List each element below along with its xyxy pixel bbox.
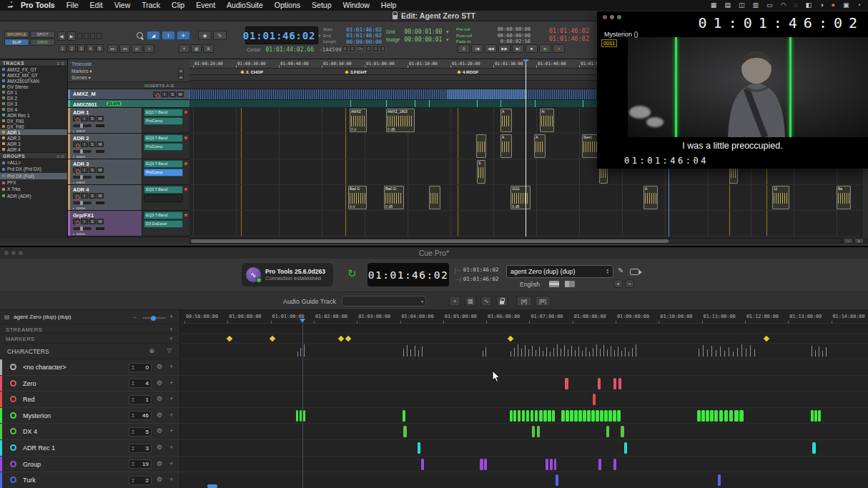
- record-enable-button[interactable]: [73, 219, 80, 224]
- tab-option-button-4[interactable]: ∿: [144, 44, 154, 53]
- cue-bar[interactable]: [532, 426, 535, 437]
- cue-bar[interactable]: [296, 410, 298, 422]
- cue-bar[interactable]: [574, 410, 578, 422]
- menu-pro-tools[interactable]: Pro Tools: [21, 0, 55, 11]
- insert-eq3-7-band[interactable]: EQ3 7-Band: [144, 109, 183, 116]
- zoom-slider[interactable]: [142, 317, 166, 319]
- menu-edit[interactable]: Edit: [90, 0, 103, 11]
- grid-icon[interactable]: ▦: [711, 0, 717, 11]
- cue-marker-diamond[interactable]: [338, 336, 344, 342]
- cue-lane-dx-4[interactable]: [180, 424, 868, 440]
- character-row-dx-4[interactable]: DX 4Σ5⚙+: [0, 424, 180, 440]
- mode-spot-button[interactable]: SPOT: [30, 31, 55, 38]
- cue-in-time[interactable]: 01:01:46:02: [463, 267, 499, 273]
- cue-bar[interactable]: [556, 474, 558, 486]
- character-row-no-character[interactable]: <no character>Σ0⚙+: [0, 359, 180, 376]
- track-lane-grp-fx1[interactable]: [189, 211, 868, 236]
- cue-lane-no-character[interactable]: [180, 359, 868, 376]
- track-m-button[interactable]: M: [97, 167, 104, 173]
- cue-bar[interactable]: [565, 378, 568, 389]
- cue-bar[interactable]: [710, 410, 714, 422]
- cue-marker-diamond[interactable]: [270, 336, 275, 342]
- take-selector-dropdown[interactable]: agent Zero (dup) (dup) ▲▼: [506, 265, 613, 278]
- play-button[interactable]: ▶: [539, 44, 551, 53]
- cue-bar[interactable]: [621, 426, 624, 437]
- edit-cue-icon[interactable]: ✎: [618, 267, 623, 274]
- tab-option-button-2[interactable]: ◂◂: [119, 44, 130, 53]
- insert-active-indicator[interactable]: [184, 214, 187, 216]
- grid-value[interactable]: 00:00:01:00 ▾: [404, 29, 449, 35]
- sync-icon[interactable]: ↻: [347, 267, 357, 280]
- cue-bar[interactable]: [418, 442, 420, 454]
- cue-bar[interactable]: [613, 378, 616, 389]
- cue-lane-turk[interactable]: [180, 472, 868, 488]
- insert-d3-deesser[interactable]: D3 DeEsser: [144, 220, 183, 228]
- insert-procomp[interactable]: ProComp: [144, 143, 183, 151]
- cue-lane-mysterion[interactable]: [180, 408, 868, 424]
- cue-bar[interactable]: [421, 459, 424, 470]
- insert-active-indicator[interactable]: [184, 162, 187, 165]
- window-icon[interactable]: ◫: [739, 0, 745, 11]
- clips-icon[interactable]: ▥: [465, 296, 476, 307]
- ffwd-button[interactable]: ▶▶: [498, 44, 511, 53]
- snap-option-button-3[interactable]: ⊞: [203, 44, 214, 53]
- zoom-slider-thumb[interactable]: [151, 316, 156, 321]
- track-volume-fader[interactable]: [73, 150, 92, 153]
- record-enable-button[interactable]: [73, 116, 80, 121]
- insert-procomp[interactable]: ProComp: [144, 117, 183, 125]
- add-cue-button[interactable]: +: [169, 427, 173, 434]
- markers-row[interactable]: MARKERS +: [0, 334, 180, 344]
- apple-menu-icon[interactable]: [7, 1, 15, 9]
- cue-bar[interactable]: [526, 410, 529, 422]
- cue-bar[interactable]: [566, 410, 569, 422]
- cue-timeline-area[interactable]: 00:59:00:0001:00:00:0001:01:00:0001:02:0…: [180, 310, 868, 488]
- cue-bar[interactable]: [593, 394, 596, 405]
- cue-bar[interactable]: [718, 474, 721, 486]
- ruler-label-timecode[interactable]: Timecode: [71, 61, 92, 66]
- track-header-adr-2[interactable]: ADR 2ISM▸waveEQ3 7-BandProComp: [68, 134, 189, 159]
- track-list-item-amxz-mx-gt[interactable]: AMXZ_MX_GT: [0, 72, 67, 78]
- record-dot-icon[interactable]: ●: [832, 0, 835, 11]
- cue-scrollbar-thumb[interactable]: [207, 484, 217, 488]
- track-s-button[interactable]: S: [169, 91, 176, 97]
- cue-bar[interactable]: [613, 459, 616, 470]
- zoom-preset-4[interactable]: [97, 33, 102, 39]
- group-list-item-prd-dx-prd-dx[interactable]: Prd DX (Prd DX): [0, 166, 67, 172]
- track-m-button[interactable]: M: [177, 91, 184, 97]
- record-beep-button[interactable]: [R]: [535, 296, 551, 307]
- transport-time-2[interactable]: 01:01:46:02: [543, 35, 589, 43]
- video-window[interactable]: 01:01:46:02 Mysterion () 0011 I was a li…: [597, 11, 868, 169]
- cue-bar[interactable]: [596, 410, 599, 422]
- stop-button[interactable]: ■: [526, 44, 538, 53]
- character-row-turk[interactable]: TurkΣ2⚙+: [0, 472, 180, 488]
- menu-event[interactable]: Event: [196, 0, 215, 11]
- memory-location-5[interactable]: 5: [96, 44, 104, 52]
- track-list-item-adr-3[interactable]: ADR 3: [0, 141, 67, 146]
- language-label[interactable]: English: [520, 281, 540, 288]
- record-enable-button[interactable]: [73, 141, 80, 147]
- add-cue-button[interactable]: +: [449, 296, 460, 307]
- add-cue-button[interactable]: +: [169, 395, 173, 402]
- lock-button[interactable]: [496, 296, 508, 307]
- cue-bar[interactable]: [543, 410, 547, 422]
- track-header-grp-fx1[interactable]: Grp/FX1ISM▸waveEQ3 7-BandD3 DeEsser: [68, 211, 189, 236]
- marker-2-chop[interactable]: 2. CHOP: [241, 70, 263, 74]
- track-s-button[interactable]: S: [89, 219, 96, 224]
- language-flag-icon-2[interactable]: [565, 281, 575, 287]
- record-button[interactable]: ●: [553, 44, 565, 53]
- snap-option-button-2[interactable]: ▦: [191, 44, 202, 53]
- audio-clip-ba[interactable]: Ba: [837, 186, 851, 209]
- cue-bar[interactable]: [617, 410, 621, 422]
- menu-file[interactable]: File: [66, 0, 79, 11]
- cue-bar[interactable]: [739, 410, 744, 422]
- menu-setup[interactable]: Setup: [312, 0, 331, 11]
- grabber-tool-button[interactable]: ✛: [177, 31, 190, 40]
- pre-roll-label[interactable]: Pre-roll: [456, 27, 470, 31]
- language-flag-icon[interactable]: [549, 281, 559, 287]
- cue-lane-group[interactable]: [180, 457, 868, 473]
- post-roll-value[interactable]: 00:00:00:00: [498, 33, 531, 39]
- camera-icon[interactable]: [630, 269, 639, 275]
- cue-bar[interactable]: [510, 410, 513, 422]
- cue-bar[interactable]: [587, 410, 591, 422]
- layout-icon[interactable]: ▤: [724, 0, 731, 11]
